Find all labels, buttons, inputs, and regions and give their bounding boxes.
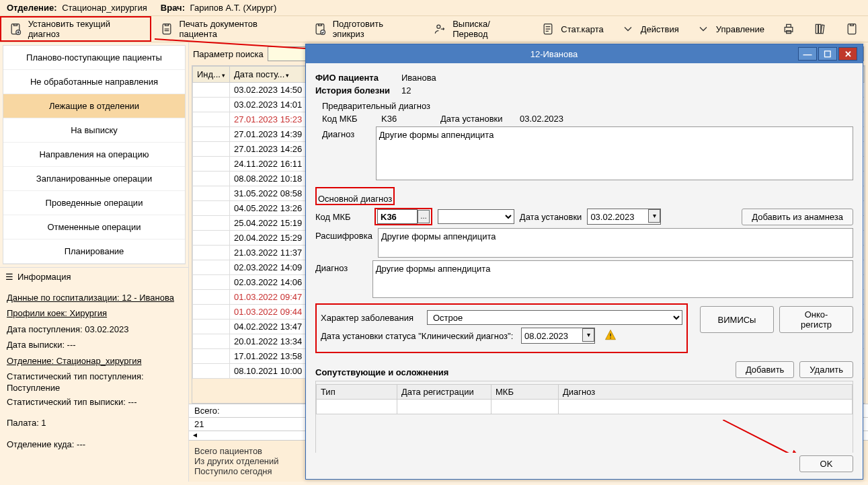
prelim-date-value: 03.02.2023	[520, 114, 563, 124]
doctor-label: Врач:	[161, 3, 185, 13]
comorbidities-header: Сопутствующие и осложнения	[315, 367, 448, 377]
epicrisis-button[interactable]: Подготовить эпикриз	[305, 16, 424, 42]
disease-nature-combo[interactable]: Острое	[427, 310, 682, 325]
left-pane: Планово-поступающие пациентыНе обработан…	[0, 42, 188, 482]
dept-link[interactable]: Отделение: Стационар_хирургия	[7, 353, 182, 369]
chevron-down-icon	[696, 22, 711, 36]
fio-label: ФИО пациента	[315, 73, 396, 83]
mkb-lookup-button[interactable]: …	[418, 210, 430, 223]
mkb-combo[interactable]	[438, 209, 514, 224]
search-label: Параметр поиска	[193, 49, 264, 59]
delete-comorbidity-button[interactable]: Удалить	[799, 361, 853, 378]
stat-out-text: Статистический тип выписки: ---	[7, 394, 182, 410]
main-mkb-input[interactable]	[377, 209, 418, 224]
svg-rect-12	[821, 25, 824, 34]
dept-value: Стационар_хирургия	[62, 3, 147, 13]
ok-button[interactable]: OK	[799, 455, 853, 472]
minimize-button[interactable]: —	[798, 47, 817, 61]
maximize-button[interactable]: ☐	[818, 47, 837, 61]
dialog-title: 12-Иванова	[311, 49, 797, 59]
clinical-date-label: Дата установки статуса "Клинический диаг…	[321, 331, 516, 341]
sidebar-item[interactable]: Планово-поступающие пациенты	[3, 46, 185, 70]
discharge-button[interactable]: Выписка/Перевод	[425, 16, 533, 42]
document-check-icon	[313, 22, 327, 36]
svg-rect-11	[819, 24, 821, 33]
decode-textarea[interactable]: Другие формы аппендицита	[378, 228, 853, 258]
clipboard-icon-button[interactable]	[836, 16, 868, 42]
manage-dropdown[interactable]: Управление	[688, 16, 773, 42]
stat-in-text: Статистический тип поступления: Поступле…	[7, 371, 182, 394]
chevron-down-icon	[621, 22, 635, 36]
table-row[interactable]	[317, 400, 853, 414]
dis-date-text: Дата выписки: ---	[7, 337, 182, 352]
info-header: ☰ Информация	[0, 267, 188, 286]
printer-icon	[159, 22, 174, 36]
history-label: История болезни	[315, 85, 396, 96]
sidebar-item[interactable]: Лежащиe в отделении	[3, 94, 185, 118]
context-bar: Отделение: Стационар_хирургия Врач: Гари…	[0, 0, 868, 15]
prelim-diag-header: Предварительный диагноз	[322, 101, 853, 111]
dept-to-text: Отделение куда: ---	[7, 437, 182, 452]
disease-nature-label: Характер заболевания	[321, 313, 422, 323]
svg-point-5	[437, 25, 440, 28]
books-icon-button[interactable]	[805, 16, 836, 42]
warning-icon	[604, 329, 617, 343]
svg-rect-10	[816, 24, 818, 33]
diagnosis-dialog: 12-Иванова — ☐ ✕ ФИО пациента Иванова Ис…	[305, 44, 863, 480]
add-from-anamnesis-button[interactable]: Добавить из анамнеза	[742, 209, 853, 225]
prelim-mkb-value: K36	[381, 114, 435, 124]
print-docs-button[interactable]: Печать документов пациента	[151, 16, 305, 42]
printer-icon	[781, 22, 796, 36]
dept-label: Отделение:	[7, 3, 57, 13]
svg-rect-15	[610, 333, 611, 336]
add-comorbidity-button[interactable]: Добавить	[736, 361, 794, 378]
history-value: 12	[401, 85, 411, 96]
doctor-value: Гарипов А.Т. (Хирург)	[190, 3, 277, 13]
card-icon	[541, 22, 555, 36]
profiles-link[interactable]: Профили коек: Хирургия	[7, 305, 182, 321]
main-toolbar: Установить текущий диагноз Печать докуме…	[0, 15, 868, 42]
books-icon	[813, 22, 828, 36]
sidebar-item[interactable]: Отмененные операции	[3, 215, 185, 239]
set-diagnosis-label: Установить текущий диагноз	[28, 19, 143, 39]
sidebar-item[interactable]: Планирование	[3, 239, 185, 264]
sidebar-item[interactable]: Проведенные операции	[3, 191, 185, 215]
col-indicator[interactable]: Инд...	[193, 67, 230, 83]
actions-dropdown[interactable]: Действия	[613, 16, 688, 42]
user-arrow-icon	[433, 22, 448, 36]
sidebar-item[interactable]: На выписку	[3, 118, 185, 143]
main-date-input[interactable]	[588, 209, 648, 224]
hosp-link[interactable]: Данные по госпитализации: 12 - Иванова	[7, 290, 182, 305]
clipboard-icon	[844, 22, 859, 36]
info-panel: Данные по госпитализации: 12 - Иванова П…	[0, 286, 188, 456]
clinical-date-input[interactable]	[522, 328, 582, 343]
main-diag-textarea[interactable]: Другие формы аппендицита	[372, 260, 853, 298]
date-picker-button[interactable]: ▾	[648, 209, 660, 223]
vimis-button[interactable]: ВИМИСы	[700, 306, 774, 333]
info-icon: ☰	[5, 272, 13, 282]
nav-list: Планово-поступающие пациентыНе обработан…	[3, 45, 186, 264]
clinical-date-picker-button[interactable]: ▾	[582, 328, 594, 342]
print-icon-button[interactable]	[773, 16, 805, 42]
prelim-diag-textarea[interactable]: Другие формы аппендицита	[376, 126, 853, 180]
statcard-button[interactable]: Стат.карта	[532, 16, 612, 42]
dialog-titlebar[interactable]: 12-Иванова — ☐ ✕	[306, 44, 863, 63]
fio-value: Иванова	[401, 73, 436, 83]
clipboard-plus-icon	[8, 22, 23, 36]
sidebar-item[interactable]: Запланированные операции	[3, 167, 185, 191]
svg-rect-8	[787, 24, 791, 27]
close-button[interactable]: ✕	[838, 47, 857, 61]
comorbidities-table[interactable]: Тип Дата регистрации МКБ Диагноз	[316, 384, 853, 414]
set-diagnosis-button[interactable]: Установить текущий диагноз	[0, 16, 151, 42]
adm-date-text: Дата поступления: 03.02.2023	[7, 322, 182, 337]
ward-text: Палата: 1	[7, 415, 182, 431]
onco-register-button[interactable]: Онко-регистр	[779, 306, 853, 333]
svg-rect-7	[785, 28, 793, 32]
main-diag-header: Основной диагноз	[318, 194, 392, 204]
sidebar-item[interactable]: Направления на операцию	[3, 143, 185, 167]
sidebar-item[interactable]: Не обработанные направления	[3, 70, 185, 94]
svg-rect-16	[610, 337, 611, 338]
